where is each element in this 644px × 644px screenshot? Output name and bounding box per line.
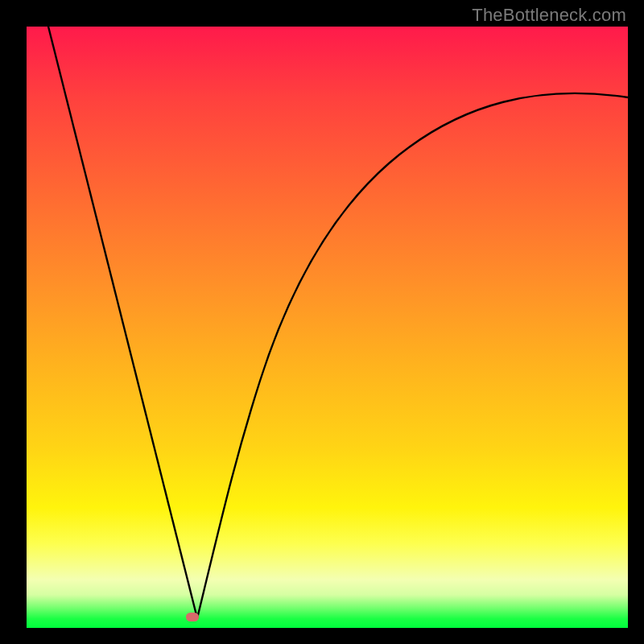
curve-right-branch bbox=[197, 93, 628, 618]
curve-left-branch bbox=[44, 10, 197, 618]
bottleneck-marker bbox=[186, 613, 199, 621]
bottleneck-curve bbox=[27, 27, 628, 628]
watermark-text: TheBottleneck.com bbox=[472, 5, 626, 26]
chart-frame: TheBottleneck.com bbox=[0, 0, 644, 644]
plot-area bbox=[27, 27, 628, 628]
